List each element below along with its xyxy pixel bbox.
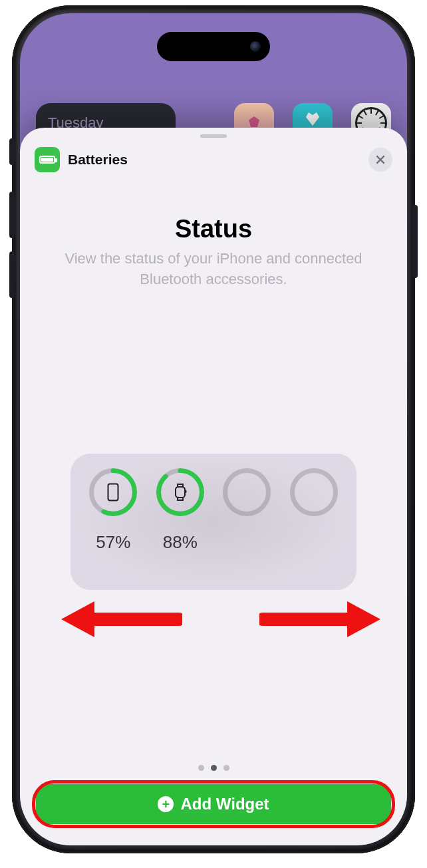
battery-item-iphone: 57% bbox=[89, 468, 137, 553]
add-widget-button[interactable]: + Add Widget bbox=[36, 784, 391, 824]
add-widget-label: Add Widget bbox=[180, 795, 269, 813]
page-dot[interactable] bbox=[198, 765, 204, 771]
battery-item-watch: 88% bbox=[156, 468, 204, 553]
iphone-icon bbox=[107, 483, 119, 502]
widget-preview[interactable]: 57% bbox=[71, 454, 356, 590]
close-icon bbox=[375, 154, 386, 165]
dynamic-island bbox=[157, 32, 270, 61]
widget-picker-sheet[interactable]: Batteries Status View the status of your… bbox=[20, 128, 407, 845]
page-dot-active[interactable] bbox=[211, 765, 217, 771]
volume-up-button bbox=[9, 192, 15, 238]
watch-icon bbox=[174, 483, 187, 502]
battery-percent-label: 88% bbox=[163, 532, 198, 553]
page-indicator[interactable] bbox=[20, 765, 407, 771]
annotation-arrow-left-icon bbox=[56, 596, 182, 643]
batteries-app-icon bbox=[35, 147, 60, 172]
widget-preview-card: 57% bbox=[71, 454, 356, 590]
sheet-header: Batteries bbox=[20, 138, 407, 172]
plus-icon: + bbox=[158, 796, 174, 812]
svg-rect-1 bbox=[108, 484, 118, 501]
battery-item-empty bbox=[290, 468, 338, 532]
power-button bbox=[412, 205, 418, 278]
widget-subtitle: View the status of your iPhone and conne… bbox=[20, 243, 407, 290]
svg-rect-3 bbox=[176, 487, 185, 498]
battery-percent-label: 57% bbox=[96, 532, 130, 553]
svg-rect-4 bbox=[185, 490, 186, 493]
sheet-app-name: Batteries bbox=[68, 152, 128, 168]
iphone-frame: Tuesday bbox=[12, 5, 415, 853]
volume-down-button bbox=[9, 251, 15, 298]
add-widget-wrap: + Add Widget bbox=[36, 784, 391, 824]
widget-title: Status bbox=[20, 215, 407, 243]
page-dot[interactable] bbox=[223, 765, 229, 771]
screen: Tuesday bbox=[20, 13, 407, 845]
annotation-arrow-right-icon bbox=[259, 596, 386, 643]
silent-switch bbox=[9, 138, 15, 165]
close-button[interactable] bbox=[368, 148, 392, 172]
battery-item-empty bbox=[223, 468, 271, 532]
camera-lens-icon bbox=[250, 41, 261, 52]
